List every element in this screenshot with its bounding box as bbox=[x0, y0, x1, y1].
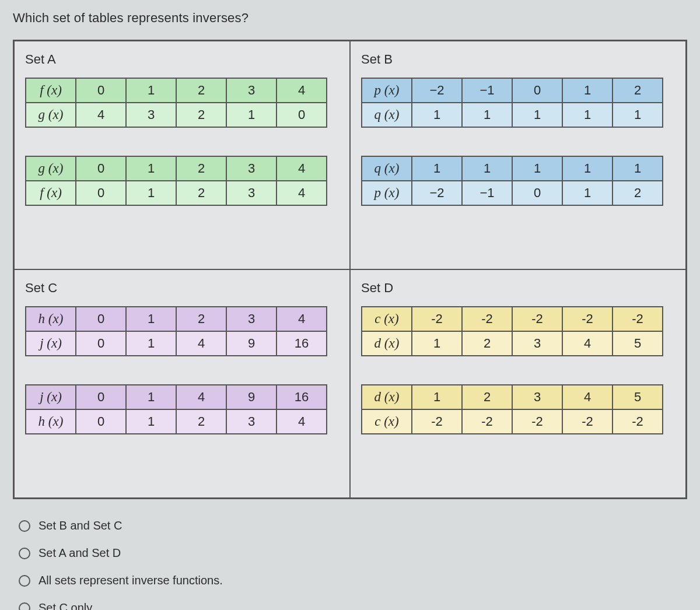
option-1[interactable]: Set B and Set C bbox=[19, 519, 687, 532]
set-A-table-2: g (x)01234 f (x)01234 bbox=[25, 156, 327, 206]
cell: 1 bbox=[412, 331, 462, 356]
cell: 16 bbox=[276, 331, 327, 356]
cell: 9 bbox=[226, 385, 276, 409]
cell: 1 bbox=[226, 103, 276, 127]
cell: 2 bbox=[176, 103, 226, 127]
cell: -2 bbox=[612, 307, 663, 331]
set-A-label: Set A bbox=[25, 52, 339, 67]
cell: −2 bbox=[412, 181, 462, 205]
cell: 4 bbox=[76, 103, 126, 127]
set-B-table-2: q (x)11111 p (x)−2−1012 bbox=[361, 156, 663, 206]
cell: 1 bbox=[412, 156, 462, 181]
fn-label: j (x) bbox=[26, 331, 76, 356]
cell: 1 bbox=[612, 103, 663, 127]
set-C-table-1: h (x)01234 j (x)014916 bbox=[25, 306, 327, 356]
option-label: Set A and Set D bbox=[38, 546, 121, 560]
cell: 3 bbox=[226, 156, 276, 181]
cell: −2 bbox=[412, 78, 462, 103]
cell: 9 bbox=[226, 331, 276, 356]
cell: 4 bbox=[276, 78, 327, 103]
cell: 2 bbox=[176, 156, 226, 181]
cell: 1 bbox=[462, 156, 512, 181]
cell: 1 bbox=[562, 78, 612, 103]
fn-label: p (x) bbox=[362, 78, 412, 103]
cell: 3 bbox=[226, 78, 276, 103]
fn-label: j (x) bbox=[26, 385, 76, 409]
cell: 1 bbox=[126, 385, 176, 409]
cell: 2 bbox=[462, 331, 512, 356]
cell: 4 bbox=[176, 385, 226, 409]
cell: 0 bbox=[276, 103, 327, 127]
option-2[interactable]: Set A and Set D bbox=[19, 546, 687, 560]
set-D-cell: Set D c (x)-2-2-2-2-2 d (x)12345 d (x)12… bbox=[350, 269, 686, 498]
cell: 5 bbox=[612, 331, 663, 356]
fn-label: g (x) bbox=[26, 103, 76, 127]
cell: 0 bbox=[512, 78, 562, 103]
cell: 2 bbox=[612, 78, 663, 103]
cell: 0 bbox=[512, 181, 562, 205]
cell: -2 bbox=[412, 409, 462, 434]
cell: -2 bbox=[412, 307, 462, 331]
option-label: All sets represent inverse functions. bbox=[38, 574, 223, 587]
cell: -2 bbox=[462, 409, 512, 434]
cell: 4 bbox=[276, 409, 327, 434]
fn-label: f (x) bbox=[26, 181, 76, 205]
cell: 0 bbox=[76, 409, 126, 434]
option-3[interactable]: All sets represent inverse functions. bbox=[19, 574, 687, 587]
cell: 1 bbox=[126, 409, 176, 434]
fn-label: d (x) bbox=[362, 331, 412, 356]
cell: 1 bbox=[412, 103, 462, 127]
cell: 4 bbox=[176, 331, 226, 356]
cell: -2 bbox=[512, 307, 562, 331]
cell: 4 bbox=[276, 307, 327, 331]
cell: 3 bbox=[226, 409, 276, 434]
fn-label: f (x) bbox=[26, 78, 76, 103]
cell: 2 bbox=[462, 385, 512, 409]
cell: 1 bbox=[562, 181, 612, 205]
set-D-label: Set D bbox=[361, 281, 675, 296]
set-C-table-2: j (x)014916 h (x)01234 bbox=[25, 384, 327, 434]
cell: 1 bbox=[512, 156, 562, 181]
fn-label: q (x) bbox=[362, 156, 412, 181]
set-D-table-1: c (x)-2-2-2-2-2 d (x)12345 bbox=[361, 306, 663, 356]
cell: 2 bbox=[612, 181, 663, 205]
cell: 4 bbox=[562, 331, 612, 356]
cell: -2 bbox=[462, 307, 512, 331]
fn-label: c (x) bbox=[362, 307, 412, 331]
cell: 3 bbox=[512, 385, 562, 409]
option-label: Set C only bbox=[38, 601, 92, 610]
radio-icon bbox=[19, 575, 30, 587]
cell: 0 bbox=[76, 181, 126, 205]
fn-label: h (x) bbox=[26, 307, 76, 331]
cell: 1 bbox=[126, 156, 176, 181]
answer-options: Set B and Set C Set A and Set D All sets… bbox=[13, 519, 687, 610]
cell: 3 bbox=[226, 181, 276, 205]
question-text: Which set of tables represents inverses? bbox=[13, 10, 687, 26]
cell: 0 bbox=[76, 156, 126, 181]
option-4[interactable]: Set C only bbox=[19, 601, 687, 610]
cell: 1 bbox=[512, 103, 562, 127]
cell: 2 bbox=[176, 307, 226, 331]
cell: 1 bbox=[126, 181, 176, 205]
cell: 0 bbox=[76, 307, 126, 331]
cell: 4 bbox=[562, 385, 612, 409]
fn-label: g (x) bbox=[26, 156, 76, 181]
cell: 5 bbox=[612, 385, 663, 409]
cell: 1 bbox=[126, 78, 176, 103]
set-B-cell: Set B p (x)−2−1012 q (x)11111 q (x)11111… bbox=[350, 41, 686, 269]
cell: 16 bbox=[276, 385, 327, 409]
option-label: Set B and Set C bbox=[38, 519, 122, 532]
cell: 4 bbox=[276, 156, 327, 181]
set-B-table-1: p (x)−2−1012 q (x)11111 bbox=[361, 78, 663, 128]
set-A-cell: Set A f (x)01234 g (x)43210 g (x)01234 f… bbox=[14, 41, 350, 269]
fn-label: q (x) bbox=[362, 103, 412, 127]
cell: 1 bbox=[126, 331, 176, 356]
cell: 2 bbox=[176, 78, 226, 103]
cell: 3 bbox=[512, 331, 562, 356]
cell: -2 bbox=[512, 409, 562, 434]
set-A-table-1: f (x)01234 g (x)43210 bbox=[25, 78, 327, 128]
cell: -2 bbox=[562, 409, 612, 434]
cell: 3 bbox=[226, 307, 276, 331]
cell: 3 bbox=[126, 103, 176, 127]
set-B-label: Set B bbox=[361, 52, 675, 67]
